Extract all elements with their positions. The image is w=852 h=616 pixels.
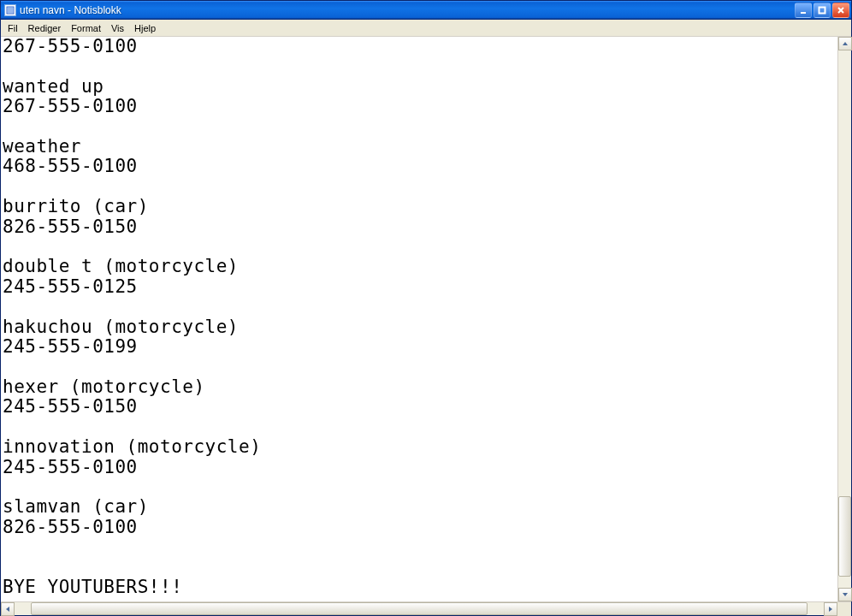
- vertical-scrollbar[interactable]: [837, 37, 851, 601]
- menu-file[interactable]: Fil: [3, 21, 23, 35]
- text-editor[interactable]: 267-555-0100 wanted up 267-555-0100 weat…: [1, 37, 837, 601]
- scroll-right-button[interactable]: [824, 602, 837, 616]
- scroll-left-button[interactable]: [1, 602, 15, 616]
- vertical-scroll-track[interactable]: [838, 50, 851, 588]
- scrollbar-corner: [837, 602, 851, 616]
- scroll-up-button[interactable]: [838, 37, 852, 50]
- titlebar[interactable]: uten navn - Notisblokk: [1, 1, 851, 20]
- scroll-down-button[interactable]: [838, 588, 852, 601]
- svg-marker-11: [829, 607, 832, 612]
- menu-help[interactable]: Hjelp: [129, 21, 161, 35]
- window-title: uten navn - Notisblokk: [20, 4, 121, 16]
- horizontal-scrollbar-row: [1, 601, 851, 615]
- svg-marker-10: [6, 607, 9, 612]
- horizontal-scroll-track[interactable]: [15, 602, 824, 615]
- content-area: 267-555-0100 wanted up 267-555-0100 weat…: [1, 37, 851, 601]
- menu-view[interactable]: Vis: [106, 21, 129, 35]
- svg-marker-9: [843, 593, 848, 596]
- notepad-icon: [4, 4, 16, 16]
- horizontal-scroll-thumb[interactable]: [31, 602, 808, 615]
- close-button[interactable]: [832, 3, 849, 18]
- menu-format[interactable]: Format: [66, 21, 106, 35]
- horizontal-scrollbar[interactable]: [1, 602, 837, 615]
- app-window: uten navn - Notisblokk Fil Rediger Forma…: [0, 0, 852, 616]
- menu-edit[interactable]: Rediger: [23, 21, 67, 35]
- menubar: Fil Rediger Format Vis Hjelp: [1, 20, 851, 37]
- svg-rect-5: [819, 8, 825, 14]
- vertical-scroll-thumb[interactable]: [838, 496, 851, 577]
- minimize-button[interactable]: [795, 3, 812, 18]
- svg-marker-8: [843, 42, 848, 45]
- maximize-button[interactable]: [814, 3, 831, 18]
